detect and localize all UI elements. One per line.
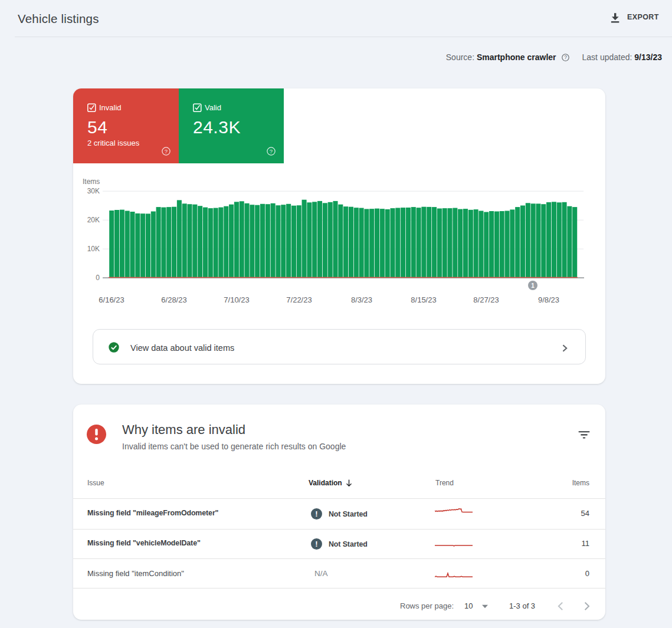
svg-text:1: 1 — [531, 282, 535, 289]
svg-text:?: ? — [564, 54, 567, 60]
svg-text:?: ? — [270, 148, 273, 154]
svg-text:?: ? — [165, 148, 168, 154]
